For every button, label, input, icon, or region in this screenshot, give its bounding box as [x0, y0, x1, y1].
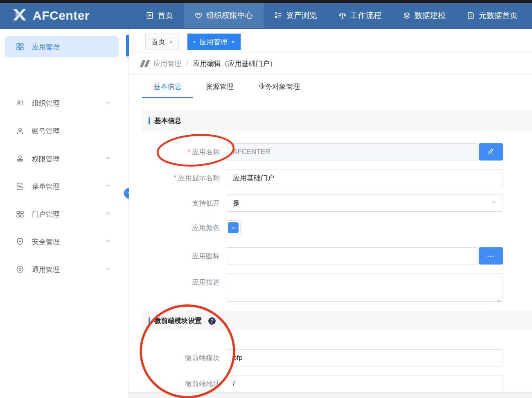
- afcenter-page: AFCenter 首页 组织权限中心: [0, 0, 532, 398]
- app-description-textarea[interactable]: [226, 274, 503, 302]
- breadcrumb: 应用管理 / 应用编辑（应用基础门户）: [129, 52, 532, 75]
- app-name-input[interactable]: [226, 143, 478, 161]
- app-grid-icon: [16, 42, 25, 51]
- micro-url-input[interactable]: [226, 375, 503, 392]
- sidebar-item-permission-management[interactable]: 权限管理: [0, 148, 129, 170]
- metadata-doc-icon: [467, 11, 475, 20]
- menu-doc-icon: [16, 182, 25, 191]
- app-name-label: * 应用名称: [129, 143, 220, 161]
- stamp-icon: [16, 154, 25, 163]
- chevron-down-icon: [105, 265, 111, 274]
- form-row-app-display-name: * 应用显示名称: [129, 169, 532, 186]
- section-accent-bar: [149, 317, 150, 325]
- form-row-app-icon: 应用图标 ···: [129, 247, 532, 265]
- content-area: 首页 × ● 应用管理 × 应用管理 / 应用编辑（应用基础门户） 基本信息 资…: [129, 29, 532, 398]
- logo: AFCenter: [0, 6, 135, 25]
- chevron-down-icon: [105, 99, 111, 107]
- open-tabs-bar: 首页 × ● 应用管理 ×: [129, 29, 532, 52]
- app-display-name-label: * 应用显示名称: [129, 169, 220, 186]
- portal-grid-icon: [16, 210, 25, 219]
- heart-icon: [194, 11, 203, 20]
- sidebar-item-menu-management[interactable]: 菜单管理: [0, 176, 129, 197]
- browse-icon-button[interactable]: ···: [479, 247, 503, 265]
- sidebar-item-org-management[interactable]: 组织管理: [0, 93, 129, 114]
- tab-resource-management[interactable]: 资源管理: [206, 82, 234, 91]
- tab-home[interactable]: 首页 ×: [145, 34, 179, 50]
- form-row-low-code-support: 支持低开 是: [129, 194, 532, 212]
- pencil-icon: [487, 147, 495, 157]
- breadcrumb-separator: /: [186, 59, 188, 68]
- workflow-icon: [338, 11, 347, 20]
- section-title: 基本信息: [154, 116, 181, 125]
- micro-module-input[interactable]: [226, 349, 503, 366]
- section-basic-info: 基本信息: [142, 110, 532, 131]
- window-top-strip: [0, 0, 532, 3]
- app-icon-input[interactable]: [226, 247, 478, 265]
- page-bottom-strip: [129, 392, 532, 398]
- active-tab-underline: [142, 97, 193, 98]
- people-icon: [16, 99, 25, 108]
- nav-item-org-permission-center[interactable]: 组织权限中心: [184, 3, 264, 28]
- close-icon[interactable]: ×: [231, 38, 234, 45]
- chevron-down-icon: [105, 237, 111, 246]
- sidebar: 应用管理 组织管理 账号管理: [0, 29, 129, 398]
- breadcrumb-current: 应用编辑（应用基础门户）: [193, 59, 277, 68]
- form-row-app-description: 应用描述: [129, 274, 532, 302]
- logo-text: AFCenter: [33, 9, 90, 23]
- breadcrumb-parent[interactable]: 应用管理: [153, 59, 181, 68]
- nav-item-metadata-home[interactable]: 元数据首页: [456, 3, 528, 28]
- app-color-picker[interactable]: [226, 220, 241, 235]
- form-row-micro-url: 微前端地址: [129, 375, 532, 392]
- sidebar-item-portal-management[interactable]: 门户管理: [0, 204, 129, 225]
- app-color-label: 应用颜色: [129, 220, 220, 235]
- top-navbar: AFCenter 首页 组织权限中心: [0, 3, 532, 29]
- app-icon-label: 应用图标: [129, 247, 220, 265]
- sidebar-item-security-management[interactable]: 安全管理: [0, 231, 129, 252]
- app-description-label: 应用描述: [129, 274, 220, 291]
- edit-app-name-button[interactable]: [479, 143, 503, 161]
- active-dot-icon: ●: [193, 40, 195, 44]
- color-swatch: [228, 222, 239, 233]
- close-icon[interactable]: ×: [169, 38, 173, 45]
- section-accent-bar: [149, 117, 150, 124]
- person-icon: [16, 127, 25, 136]
- tab-business-object-management[interactable]: 业务对象管理: [258, 82, 300, 91]
- chevron-down-icon: [105, 182, 111, 190]
- ellipsis-icon: ···: [487, 253, 495, 260]
- tab-basic-info[interactable]: 基本信息: [153, 82, 181, 91]
- gear-icon: [16, 265, 25, 274]
- sidebar-item-app-management[interactable]: 应用管理: [5, 36, 119, 57]
- asset-list-icon: [274, 11, 282, 20]
- nav-item-asset-browse[interactable]: 资产浏览: [264, 3, 328, 28]
- sidebar-item-account-management[interactable]: 账号管理: [0, 120, 129, 142]
- chevron-down-icon: [491, 199, 497, 207]
- form-row-app-color: 应用颜色: [129, 220, 532, 235]
- tab-app-management[interactable]: ● 应用管理 ×: [187, 34, 241, 50]
- sidebar-item-general-management[interactable]: 通用管理: [0, 259, 129, 280]
- app-display-name-input[interactable]: [226, 169, 503, 186]
- form-row-micro-module: 微前端模块: [129, 349, 532, 366]
- section-title: 微前端模块设置: [154, 317, 202, 326]
- layers-icon: [403, 11, 411, 20]
- nav-item-workflow[interactable]: 工作流程: [328, 3, 392, 28]
- shield-plus-icon: [16, 237, 25, 246]
- required-asterisk: *: [187, 148, 190, 156]
- document-icon: [146, 11, 154, 20]
- afcenter-logo-icon: [10, 6, 28, 25]
- breadcrumb-slashes-icon: [141, 60, 149, 67]
- chevron-down-icon: [105, 155, 111, 163]
- low-code-select[interactable]: 是: [226, 194, 503, 212]
- help-icon[interactable]: ?: [208, 317, 216, 325]
- nav-item-home[interactable]: 首页: [135, 3, 184, 28]
- nav-item-data-modeling[interactable]: 数据建模: [392, 3, 456, 28]
- section-micro-frontend: 微前端模块设置 ?: [142, 311, 532, 330]
- required-asterisk: *: [174, 174, 176, 182]
- micro-url-label: 微前端地址: [129, 375, 220, 392]
- chevron-down-icon: [105, 210, 111, 218]
- low-code-label: 支持低开: [129, 194, 220, 212]
- detail-tabs: 基本信息 资源管理 业务对象管理: [129, 75, 532, 98]
- form-row-app-name: * 应用名称: [129, 143, 532, 161]
- micro-module-label: 微前端模块: [129, 349, 220, 366]
